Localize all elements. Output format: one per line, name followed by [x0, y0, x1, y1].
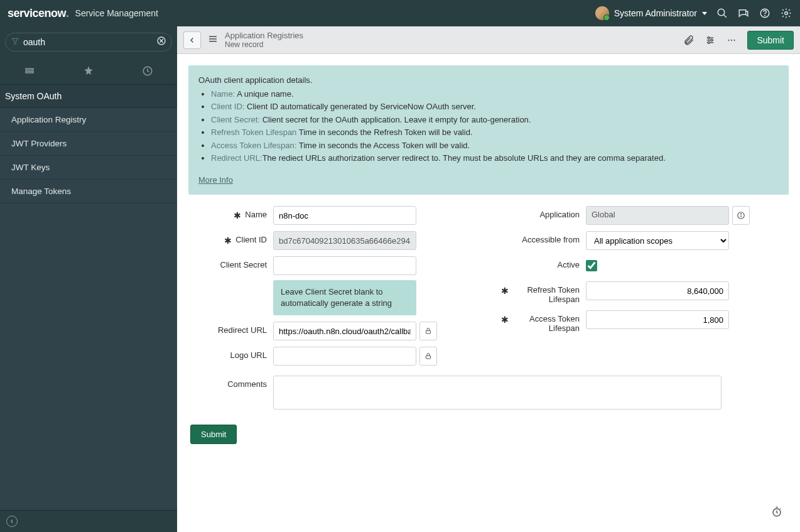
redirect-url-lock-icon[interactable]: [419, 322, 437, 340]
logo[interactable]: servicenow.: [8, 7, 69, 20]
svg-point-0: [718, 9, 725, 16]
context-menu-icon[interactable]: [207, 33, 219, 46]
response-time-icon[interactable]: [771, 506, 782, 519]
svg-rect-23: [426, 331, 431, 334]
svg-rect-9: [26, 72, 33, 73]
active-checkbox[interactable]: [586, 260, 597, 271]
sidebar-item-manage-tokens[interactable]: Manage Tokens: [0, 180, 177, 204]
svg-rect-8: [26, 68, 33, 70]
more-options-icon[interactable]: [726, 35, 737, 46]
label-active: Active: [558, 260, 580, 269]
label-comments: Comments: [227, 379, 267, 389]
svg-rect-24: [426, 356, 431, 359]
user-menu[interactable]: System Administrator: [595, 6, 707, 20]
filter-navigator[interactable]: [5, 33, 172, 52]
redirect-url-field[interactable]: [273, 322, 416, 340]
submit-button-bottom[interactable]: Submit: [190, 425, 237, 444]
back-button[interactable]: [183, 31, 201, 49]
info-box: OAuth client application details. Name: …: [188, 65, 789, 195]
page-subtitle: New record: [225, 40, 303, 49]
logo-url-lock-icon[interactable]: [419, 347, 437, 366]
gear-icon[interactable]: [780, 7, 792, 19]
access-lifespan-field[interactable]: [586, 310, 729, 329]
logo-url-field[interactable]: [273, 347, 416, 366]
svg-point-3: [765, 15, 765, 16]
client-secret-hint: Leave Client Secret blank to automatical…: [273, 280, 416, 315]
label-client-id: Client ID: [235, 235, 267, 244]
label-application: Application: [539, 210, 580, 219]
personalize-icon[interactable]: [705, 35, 716, 46]
svg-point-4: [785, 12, 788, 15]
nav-section-header[interactable]: System OAuth: [0, 85, 177, 108]
label-redirect-url: Redirect URL: [218, 325, 267, 335]
submit-button-top[interactable]: Submit: [747, 31, 794, 50]
info-item: Redirect URL:The rediect URLs authorizat…: [211, 152, 779, 165]
caret-down-icon: [702, 12, 707, 15]
name-field[interactable]: [273, 206, 416, 225]
info-item: Client Secret: Client secret for the OAu…: [211, 114, 779, 126]
clear-filter-icon[interactable]: [156, 36, 166, 48]
sidebar-item-jwt-keys[interactable]: JWT Keys: [0, 156, 177, 180]
avatar: [595, 6, 609, 20]
label-client-secret: Client Secret: [220, 260, 267, 269]
info-item: Name: A unique name.: [211, 88, 779, 100]
svg-point-17: [711, 39, 713, 41]
info-item: Access Token Lifespan: Time in seconds t…: [211, 139, 779, 152]
nav-tabs: [0, 58, 177, 85]
label-name: Name: [245, 210, 267, 219]
svg-point-21: [731, 39, 732, 40]
info-item: Refresh Token Lifespan Time in seconds t…: [211, 126, 779, 139]
label-refresh-lifespan: Refresh Token Lifespan: [512, 285, 580, 304]
accessible-from-select[interactable]: All application scopes: [586, 231, 729, 250]
sidebar: System OAuth Application Registry JWT Pr…: [0, 26, 177, 532]
application-field: Global: [586, 206, 729, 225]
info-intro: OAuth client application details.: [198, 74, 779, 87]
form: ✱Name ✱Client ID Client Secret Leave Cli…: [188, 206, 789, 372]
top-header: servicenow. Service Management System Ad…: [0, 0, 800, 26]
svg-point-19: [708, 41, 710, 43]
filter-input[interactable]: [23, 37, 156, 47]
breadcrumb: Application Registries New record: [225, 31, 303, 50]
collapse-sidebar-icon[interactable]: [6, 516, 18, 527]
product-name: Service Management: [75, 8, 158, 18]
filter-icon: [11, 37, 19, 48]
chat-icon[interactable]: [737, 7, 750, 19]
svg-line-1: [723, 14, 727, 18]
required-icon: ✱: [234, 211, 241, 220]
client-secret-field[interactable]: [273, 256, 416, 275]
page-title: Application Registries: [225, 31, 303, 41]
svg-point-22: [734, 39, 735, 40]
svg-point-20: [728, 39, 730, 40]
nav-tab-favorites[interactable]: [59, 58, 118, 84]
required-icon: ✱: [501, 286, 509, 295]
help-icon[interactable]: [759, 7, 771, 19]
sidebar-item-jwt-providers[interactable]: JWT Providers: [0, 132, 177, 156]
content: Application Registries New record Submit…: [177, 26, 800, 532]
label-accessible-from: Accessible from: [522, 235, 580, 244]
info-item: Client ID: Client ID automatically gener…: [211, 100, 779, 113]
comments-field[interactable]: [273, 376, 722, 410]
svg-point-15: [708, 36, 710, 38]
required-icon: ✱: [224, 236, 232, 245]
label-access-lifespan: Access Token Lifespan: [512, 314, 580, 333]
label-logo-url: Logo URL: [230, 350, 267, 360]
nav-tab-all[interactable]: [0, 58, 59, 84]
client-id-field: [273, 231, 416, 250]
application-info-icon[interactable]: [732, 206, 750, 225]
refresh-lifespan-field[interactable]: [586, 281, 729, 300]
svg-point-27: [741, 214, 742, 214]
user-name: System Administrator: [614, 8, 697, 18]
content-header: Application Registries New record Submit: [177, 26, 800, 54]
sidebar-item-application-registry[interactable]: Application Registry: [0, 108, 177, 132]
search-icon[interactable]: [716, 7, 728, 19]
attachment-icon[interactable]: [683, 35, 695, 46]
more-info-link[interactable]: More Info: [198, 174, 233, 187]
required-icon: ✱: [501, 315, 509, 324]
nav-tab-history[interactable]: [118, 58, 177, 84]
